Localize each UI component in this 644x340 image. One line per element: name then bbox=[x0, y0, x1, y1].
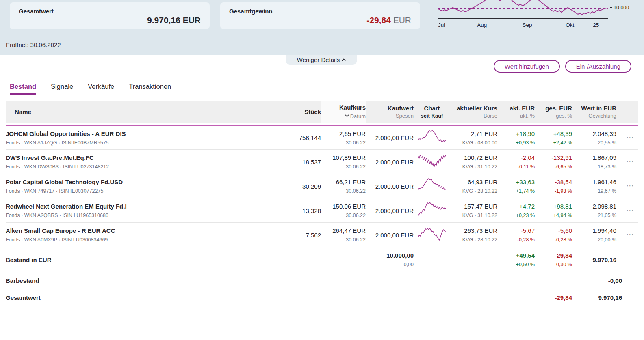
stueck-value: 756,144 bbox=[284, 134, 321, 141]
ges-pct-value: +4,94 % bbox=[535, 213, 572, 218]
kurs-value: 64,93 EUR bbox=[450, 179, 497, 185]
x-label-sep: Sep bbox=[522, 22, 532, 28]
holding-row[interactable]: Alken Small Cap Europe - R EUR ACC Fonds… bbox=[6, 222, 638, 247]
holding-row[interactable]: Redwheel Next Generation EM Equity Fd.I … bbox=[6, 198, 638, 222]
tab-transaktionen[interactable]: Transaktionen bbox=[129, 83, 171, 95]
ges-pct-value: -1,93 % bbox=[535, 188, 572, 194]
tab-verkaeufe[interactable]: Verkäufe bbox=[88, 83, 114, 95]
col-header-ges-eur[interactable]: ges. EUR ges. % bbox=[535, 101, 572, 123]
sparkline-chart bbox=[418, 127, 446, 144]
akt-eur-value: +33,63 bbox=[497, 179, 535, 185]
sparkline-chart bbox=[418, 225, 446, 242]
less-details-toggle[interactable]: Weniger Details bbox=[286, 55, 357, 65]
barbestand-wert: -0,00 bbox=[572, 277, 622, 284]
kauf-datum: 30.06.22 bbox=[321, 140, 366, 146]
akt-pct-value: +0,23 % bbox=[497, 213, 535, 218]
col-header-aktueller-kurs[interactable]: aktueller Kurs Börse bbox=[450, 101, 497, 123]
wert-value: 2.098,81 bbox=[572, 203, 616, 210]
akt-pct-value: -0,11 % bbox=[497, 164, 535, 170]
wert-value: 2.048,39 bbox=[572, 130, 616, 137]
ges-eur-value: +48,39 bbox=[535, 130, 572, 137]
akt-eur-value: +18,90 bbox=[497, 130, 535, 137]
col-header-stueck[interactable]: Stück bbox=[284, 101, 321, 123]
deposit-withdraw-button[interactable]: Ein-/Auszahlung bbox=[565, 60, 631, 73]
boerse-info: KVG · 31.10.22 bbox=[450, 213, 497, 218]
bestand-kaufwert: 10.000,00 bbox=[366, 252, 414, 259]
kaufkurs-value: 150,06 EUR bbox=[321, 203, 366, 210]
wert-value: 1.961,46 bbox=[572, 179, 616, 185]
boerse-info: KVG · 31.10.22 bbox=[450, 164, 497, 170]
ges-eur-value: -38,54 bbox=[535, 179, 572, 185]
gewichtung-value: 20,55 % bbox=[572, 140, 616, 146]
summary-bestand-row: Bestand in EUR 10.000,000,00 +49,54+0,50… bbox=[6, 247, 638, 272]
chevron-down-icon bbox=[345, 114, 349, 117]
kurs-value: 263,73 EUR bbox=[450, 227, 497, 234]
col-header-wert[interactable]: Wert in EUR Gewichtung bbox=[572, 101, 622, 123]
row-menu-button[interactable]: ⋯ bbox=[626, 230, 634, 239]
kurs-value: 2,71 EUR bbox=[450, 130, 497, 137]
tick-mark bbox=[610, 7, 612, 8]
kaufkurs-value: 66,21 EUR bbox=[321, 179, 366, 185]
holding-row[interactable]: DWS Invest G.a.Pre.Met.Eq.FC Fonds · WKN… bbox=[6, 149, 638, 174]
holding-row[interactable]: Polar Capital Global Technology Fd.USD F… bbox=[6, 174, 638, 198]
fund-name[interactable]: DWS Invest G.a.Pre.Met.Eq.FC bbox=[6, 154, 284, 161]
tab-bestand[interactable]: Bestand bbox=[10, 83, 36, 95]
fund-name[interactable]: Polar Capital Global Technology Fd.USD bbox=[6, 179, 284, 185]
boerse-info: KVG · 08:00:00 bbox=[450, 140, 497, 146]
gesamtgewinn-card: Gesamtgewinn -29,84 EUR bbox=[220, 2, 420, 29]
col-header-kaufwert[interactable]: Kaufwert Spesen bbox=[366, 101, 414, 123]
col-header-kaufkurs[interactable]: Kaufkurs Datum bbox=[321, 101, 366, 123]
kauf-datum: 30.06.22 bbox=[321, 213, 366, 218]
tab-signale[interactable]: Signale bbox=[51, 83, 73, 95]
fund-name[interactable]: Alken Small Cap Europe - R EUR ACC bbox=[6, 227, 284, 234]
boerse-info: KVG · 28.10.22 bbox=[450, 237, 497, 243]
bestand-akt-pct: +0,50 % bbox=[497, 262, 535, 267]
x-label-jul: Jul bbox=[438, 22, 445, 28]
col-header-menu bbox=[622, 101, 638, 123]
holding-row[interactable]: JOHCM Global Opportunities - A EUR DIS F… bbox=[6, 125, 638, 149]
holdings-table: Name Stück Kaufkurs Datum Kaufwert Spese… bbox=[6, 101, 638, 306]
stueck-value: 18,537 bbox=[284, 159, 321, 166]
fund-meta: Fonds · WKN 749717 · ISIN IE0030772275 bbox=[6, 188, 284, 194]
bestand-wert: 9.970,16 bbox=[572, 256, 616, 263]
gesamtgewinn-currency: EUR bbox=[393, 15, 411, 25]
fund-meta: Fonds · WKN DWS0B3 · ISIN LU0273148212 bbox=[6, 164, 284, 170]
ges-eur-value: -5,60 bbox=[535, 227, 572, 234]
row-menu-button[interactable]: ⋯ bbox=[626, 133, 634, 142]
performance-plot-area bbox=[438, 0, 608, 19]
gesamtwert-label: Gesamtwert bbox=[19, 8, 201, 15]
barbestand-label: Barbestand bbox=[6, 277, 284, 284]
less-details-label: Weniger Details bbox=[297, 56, 340, 63]
y-axis-label: 10.000 bbox=[614, 5, 629, 11]
kurs-value: 100,72 EUR bbox=[450, 154, 497, 161]
kaufkurs-value: 107,89 EUR bbox=[321, 154, 366, 161]
gewichtung-value: 19,67 % bbox=[572, 188, 616, 194]
stueck-value: 7,562 bbox=[284, 232, 321, 239]
fund-meta: Fonds · WKN A2QBRS · ISIN LU1965310680 bbox=[6, 213, 284, 218]
x-axis-labels: Jul Aug Sep Okt 25 bbox=[438, 22, 608, 28]
row-menu-button[interactable]: ⋯ bbox=[626, 181, 634, 190]
gesamtwert-card: Gesamtwert 9.970,16 EUR bbox=[10, 2, 210, 29]
col-header-name[interactable]: Name bbox=[6, 101, 284, 123]
ges-eur-value: +98,81 bbox=[535, 203, 572, 210]
fund-name[interactable]: JOHCM Global Opportunities - A EUR DIS bbox=[6, 130, 284, 137]
row-menu-button[interactable]: ⋯ bbox=[626, 206, 634, 214]
row-menu-button[interactable]: ⋯ bbox=[626, 157, 634, 166]
kaufwert-value: 2.000,00 EUR bbox=[366, 134, 414, 141]
col-header-akt-eur[interactable]: akt. EUR akt. % bbox=[497, 101, 535, 123]
col-header-chart[interactable]: Chart seit Kauf bbox=[414, 101, 450, 123]
account-opened-date: Eröffnet: 30.06.2022 bbox=[6, 41, 61, 48]
bestand-label: Bestand in EUR bbox=[6, 256, 284, 263]
kurs-value: 157,47 EUR bbox=[450, 203, 497, 210]
portfolio-performance-chart: 10.000 Jul Aug Sep Okt 25 bbox=[431, 0, 636, 33]
add-asset-button[interactable]: Wert hinzufügen bbox=[494, 60, 560, 73]
fund-meta: Fonds · WKN A1JZQG · ISIN IE00B7MR5575 bbox=[6, 140, 284, 146]
table-header: Name Stück Kaufkurs Datum Kaufwert Spese… bbox=[6, 101, 638, 123]
fund-name[interactable]: Redwheel Next Generation EM Equity Fd.I bbox=[6, 203, 284, 210]
stueck-value: 13,328 bbox=[284, 207, 321, 214]
sparkline-chart bbox=[418, 200, 446, 217]
akt-pct-value: +1,74 % bbox=[497, 188, 535, 194]
sparkline-chart bbox=[418, 176, 446, 193]
chevron-up-icon bbox=[342, 58, 346, 61]
akt-eur-value: -5,67 bbox=[497, 227, 535, 234]
